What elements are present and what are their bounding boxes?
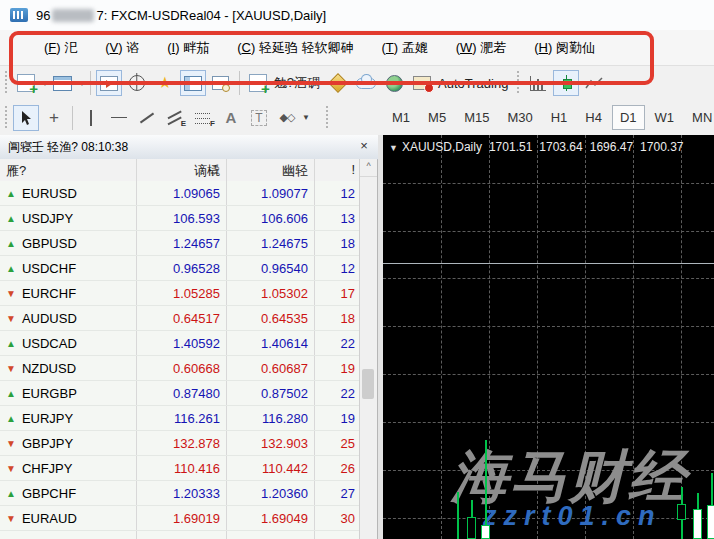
bid-value: 116.261 — [174, 411, 220, 426]
ask-value: 116.280 — [262, 411, 308, 426]
chevron-down-icon[interactable]: ▼ — [78, 79, 86, 88]
scroll-up-icon[interactable]: ^ — [360, 159, 377, 177]
gold-symbol-button[interactable] — [325, 70, 351, 96]
menu-item-i[interactable]: (I) 畔茄 — [153, 35, 223, 61]
table-row[interactable]: ▼EURCAD — [0, 531, 361, 539]
arrow-down-icon: ▼ — [6, 288, 16, 299]
menu-item-f[interactable]: (F) 汜 — [30, 35, 91, 61]
market-watch-titlebar[interactable]: 阊寝壬 轻渔? 08:10:38 × — [0, 135, 378, 160]
chevron-down-icon[interactable]: ▼ — [389, 143, 398, 153]
timeframe-h1[interactable]: H1 — [543, 105, 576, 130]
column-header-symbol[interactable]: 雁? — [0, 159, 137, 181]
grid-hline — [383, 231, 714, 232]
menu-item-t[interactable]: (T) 孟媲 — [367, 35, 441, 61]
bar-chart-button[interactable] — [525, 70, 551, 96]
favorites-button[interactable]: ★ — [152, 70, 178, 96]
scrollbar-thumb[interactable] — [362, 369, 374, 399]
chart-area[interactable]: ▼XAUUSD,Daily1701.511703.641696.471700.3… — [383, 135, 714, 539]
chevron-down-icon[interactable]: ▼ — [302, 113, 310, 122]
scrollbar[interactable]: ^ — [359, 159, 377, 539]
crosshair-mode-button[interactable] — [124, 70, 150, 96]
autotrading-label[interactable]: AutoTrading — [438, 76, 508, 91]
toolbar-grip[interactable] — [3, 106, 9, 130]
new-order-labeled-button[interactable] — [245, 70, 271, 96]
text-label-button[interactable]: T — [246, 105, 272, 131]
grid-hline — [383, 326, 714, 327]
ask-value: 1.09077 — [261, 186, 308, 201]
vertical-line-button[interactable] — [78, 105, 104, 131]
chart-shift-button[interactable] — [96, 70, 122, 96]
table-row[interactable]: ▲EURJPY116.261116.28019 — [0, 406, 361, 431]
bar-chart-icon — [530, 76, 546, 91]
new-chart-button[interactable] — [50, 70, 76, 96]
table-row[interactable]: ▲GBPCHF1.203331.2036027 — [0, 481, 361, 506]
bid-value: 132.878 — [173, 436, 220, 451]
chevron-down-icon[interactable]: ▼ — [41, 79, 49, 88]
spread-value: 12 — [341, 186, 355, 201]
column-header-spread[interactable]: ! — [315, 159, 361, 181]
spread-value: 22 — [341, 336, 355, 351]
timeframe-m30[interactable]: M30 — [499, 105, 540, 130]
arrows-button[interactable]: ◆◇ — [274, 105, 300, 131]
table-row[interactable]: ▼EURCHF1.052851.0530217 — [0, 281, 361, 306]
equidistant-channel-button[interactable]: E — [162, 105, 188, 131]
trend-line-button[interactable] — [134, 105, 160, 131]
new-order-button[interactable] — [13, 70, 39, 96]
timeframe-m1[interactable]: M1 — [384, 105, 418, 130]
line-chart-button[interactable] — [581, 70, 607, 96]
timeframe-mn[interactable]: MN — [684, 105, 714, 130]
timeframe-m15[interactable]: M15 — [456, 105, 497, 130]
fibonacci-button[interactable]: F — [190, 105, 216, 131]
menu-item-v[interactable]: (V) 谘 — [91, 35, 153, 61]
channel-icon: E — [167, 111, 183, 125]
horizontal-line-button[interactable] — [106, 105, 132, 131]
menu-item-c[interactable]: (C) 轻延驺 轻软卿砷 — [223, 35, 367, 61]
globe-icon — [386, 75, 403, 92]
table-row[interactable]: ▼EURAUD1.690191.6904930 — [0, 506, 361, 531]
timeframe-h4[interactable]: H4 — [577, 105, 610, 130]
crosshair-button[interactable]: + — [41, 105, 67, 131]
zoom-window-button[interactable] — [208, 70, 234, 96]
table-row[interactable]: ▲EURGBP0.874800.8750222 — [0, 381, 361, 406]
web-button[interactable] — [381, 70, 407, 96]
table-row[interactable]: ▼AUDUSD0.645170.6453518 — [0, 306, 361, 331]
table-row[interactable]: ▲USDCAD1.405921.4061422 — [0, 331, 361, 356]
table-row[interactable]: ▼NZDUSD0.606680.6068719 — [0, 356, 361, 381]
menu-item-w[interactable]: (W) 淝若 — [442, 35, 521, 61]
table-row[interactable]: ▲USDJPY106.593106.60613 — [0, 206, 361, 231]
symbol-name: GBPCHF — [22, 486, 76, 501]
column-header-ask[interactable]: 幽轻 — [227, 159, 315, 181]
toolbar-grip[interactable] — [3, 71, 9, 95]
column-header-bid[interactable]: 谪橇 — [137, 159, 227, 181]
chart-close-value: 1700.37 — [640, 140, 683, 154]
close-icon[interactable]: × — [356, 138, 372, 153]
timeframe-d1[interactable]: D1 — [612, 105, 645, 130]
timeframe-m5[interactable]: M5 — [420, 105, 454, 130]
cloud-button[interactable] — [353, 70, 379, 96]
table-row[interactable]: ▼CHFJPY110.416110.44226 — [0, 456, 361, 481]
window-title: 967: FXCM-USDReal04 - [XAUUSD,Daily] — [36, 8, 326, 23]
toolbar-separator — [72, 106, 73, 130]
menu-item-h[interactable]: (H) 阌勤仙 — [520, 35, 609, 61]
new-order-label[interactable]: 勉?酒碉 — [274, 74, 320, 92]
cursor-arrow-icon — [18, 110, 34, 126]
table-row[interactable]: ▲EURUSD1.090651.0907712 — [0, 181, 361, 206]
arrow-up-icon: ▲ — [6, 338, 16, 349]
market-watch-header: 雁? 谪橇 幽轻 ! — [0, 159, 361, 182]
symbol-name: CHFJPY — [22, 461, 73, 476]
autotrading-button[interactable] — [409, 70, 435, 96]
table-row[interactable]: ▲USDCHF0.965280.9654012 — [0, 256, 361, 281]
toolbar-grip[interactable] — [515, 71, 521, 95]
toolbar-grip[interactable] — [324, 106, 330, 130]
window-layout-button[interactable] — [180, 70, 206, 96]
text-button[interactable]: A — [218, 105, 244, 131]
timeframe-toolbar: M1M5M15M30H1H4D1W1MN — [383, 100, 714, 135]
app-logo-icon — [10, 8, 28, 22]
table-row[interactable]: ▼GBPJPY132.878132.90325 — [0, 431, 361, 456]
candlestick-chart-button[interactable] — [553, 70, 579, 96]
table-row[interactable]: ▲GBPUSD1.246571.2467518 — [0, 231, 361, 256]
cursor-button[interactable] — [13, 105, 39, 131]
chart-symbol-timeframe: XAUUSD,Daily — [402, 140, 482, 154]
timeframe-w1[interactable]: W1 — [647, 105, 683, 130]
fibonacci-icon: F — [195, 111, 211, 125]
